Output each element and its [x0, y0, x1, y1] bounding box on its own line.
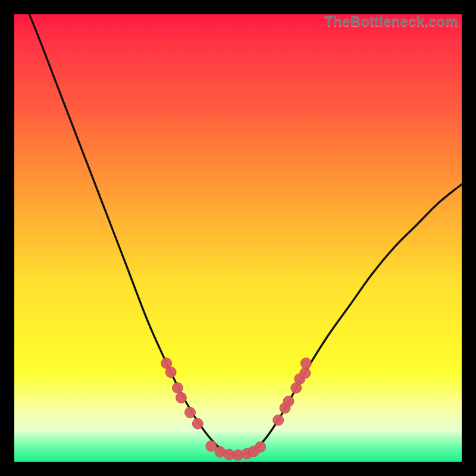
data-marker — [185, 407, 196, 418]
bottleneck-curve-line — [14, 14, 462, 455]
data-marker — [165, 367, 176, 378]
curve-group — [14, 14, 462, 455]
data-marker — [176, 392, 187, 403]
data-markers — [161, 358, 312, 461]
chart-frame: TheBottleneck.com — [14, 14, 462, 462]
data-marker — [255, 441, 266, 452]
data-marker — [300, 358, 311, 369]
data-marker — [192, 418, 203, 429]
data-marker — [300, 368, 311, 378]
data-marker — [283, 396, 294, 406]
data-marker — [172, 383, 183, 393]
bottleneck-curve-chart — [14, 14, 462, 462]
data-marker — [273, 415, 284, 425]
